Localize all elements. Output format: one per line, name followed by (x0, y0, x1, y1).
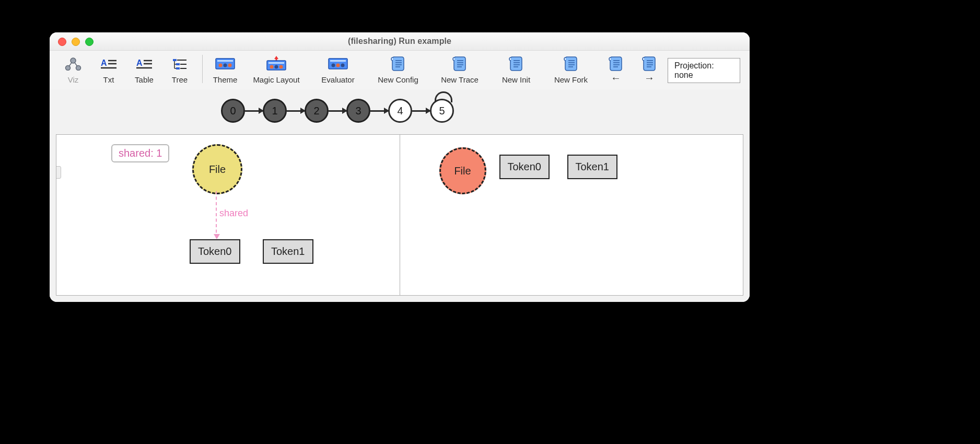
svg-point-0 (71, 58, 76, 63)
trace-arrow-icon (370, 110, 388, 112)
svg-rect-26 (217, 60, 233, 62)
theme-icon (215, 55, 236, 73)
trace-arrow-icon (287, 110, 305, 112)
window-traffic-lights (58, 38, 94, 46)
node-file[interactable]: File (192, 144, 242, 194)
edge-shared (216, 191, 217, 238)
self-loop-icon (435, 91, 452, 102)
evaluator-icon (328, 55, 348, 73)
scroll-icon (506, 55, 527, 73)
svg-line-4 (75, 63, 77, 66)
svg-point-1 (66, 66, 71, 71)
annotation-shared: shared: 1 (111, 144, 169, 162)
zoom-icon[interactable] (85, 38, 94, 46)
trace-step-0[interactable]: 0 (221, 99, 245, 123)
trace-step-4[interactable]: 4 (388, 99, 412, 123)
trace-step-2[interactable]: 2 (305, 99, 329, 123)
prev-step-button[interactable]: ← (601, 53, 631, 86)
content-area: 0 1 2 3 4 5 shared: 1 (50, 89, 750, 302)
table-label: Table (135, 75, 154, 84)
txt-button[interactable]: A Txt (92, 53, 125, 86)
viz-icon (63, 55, 84, 73)
theme-label: Theme (213, 75, 238, 84)
txt-label: Txt (103, 75, 114, 84)
new-config-label: New Config (378, 75, 418, 84)
svg-point-2 (76, 66, 81, 71)
state-pane-left[interactable]: shared: 1 File shared Token0 Token1 (56, 134, 400, 296)
scroll-icon (639, 55, 660, 72)
svg-rect-13 (173, 59, 177, 61)
app-window: (filesharing) Run example Viz A (50, 32, 750, 302)
node-file[interactable]: File (439, 147, 486, 194)
projection-label: Projection: none (674, 61, 714, 79)
svg-point-31 (274, 65, 278, 69)
svg-point-24 (223, 64, 227, 67)
svg-rect-15 (176, 63, 180, 65)
trace-steps: 0 1 2 3 4 5 (221, 99, 454, 123)
theme-button[interactable]: Theme (209, 53, 241, 86)
projection-dropdown[interactable]: Projection: none (668, 58, 740, 83)
svg-marker-27 (274, 56, 278, 59)
scroll-icon (605, 55, 626, 72)
magic-layout-button[interactable]: Magic Layout (244, 53, 308, 86)
new-fork-label: New Fork (554, 75, 588, 84)
svg-point-36 (336, 64, 340, 67)
svg-rect-33 (269, 62, 284, 64)
svg-point-37 (341, 64, 344, 67)
svg-text:A: A (101, 59, 107, 67)
tree-label: Tree (172, 75, 188, 84)
new-trace-button[interactable]: New Trace (431, 53, 488, 86)
viz-button[interactable]: Viz (57, 53, 89, 86)
scroll-icon (449, 55, 470, 73)
new-config-button[interactable]: New Config (368, 53, 428, 86)
state-pane-right[interactable]: File Token0 Token1 (400, 134, 744, 296)
svg-rect-38 (330, 60, 346, 62)
tree-icon (169, 55, 190, 73)
trace-step-1[interactable]: 1 (263, 99, 287, 123)
svg-point-30 (270, 65, 273, 69)
node-token1[interactable]: Token1 (567, 155, 618, 179)
svg-text:A: A (136, 59, 143, 67)
table-button[interactable]: A Table (128, 53, 160, 86)
svg-rect-17 (176, 67, 180, 69)
scroll-icon (388, 55, 409, 73)
svg-line-3 (69, 63, 72, 66)
viz-label: Viz (68, 75, 79, 84)
next-step-button[interactable]: → (634, 53, 664, 86)
tree-button[interactable]: Tree (164, 53, 196, 86)
trace-arrow-icon (245, 110, 263, 112)
minimize-icon[interactable] (72, 38, 80, 46)
svg-point-23 (218, 64, 222, 67)
trace-bar: 0 1 2 3 4 5 (50, 89, 750, 134)
new-init-label: New Init (502, 75, 530, 84)
trace-arrow-icon (329, 110, 346, 112)
svg-point-35 (331, 64, 335, 67)
evaluator-button[interactable]: Evaluator (311, 53, 365, 86)
new-fork-button[interactable]: New Fork (544, 53, 598, 86)
text-icon: A (98, 55, 119, 73)
pane-handle-icon[interactable] (56, 166, 61, 179)
new-init-button[interactable]: New Init (491, 53, 541, 86)
edge-shared-label: shared (219, 208, 248, 219)
toolbar-separator (202, 55, 203, 83)
magic-layout-icon (266, 55, 287, 73)
magic-layout-label: Magic Layout (253, 75, 299, 84)
trace-step-3[interactable]: 3 (346, 99, 370, 123)
close-icon[interactable] (58, 38, 66, 46)
node-token0[interactable]: Token0 (190, 239, 240, 264)
trace-step-5[interactable]: 5 (430, 99, 454, 123)
new-trace-label: New Trace (441, 75, 479, 84)
trace-arrow-icon (412, 110, 430, 112)
svg-point-25 (228, 64, 231, 67)
table-icon: A (134, 55, 155, 73)
evaluator-label: Evaluator (321, 75, 354, 84)
scroll-icon (561, 55, 581, 73)
next-label: → (644, 72, 655, 84)
svg-point-32 (279, 65, 283, 69)
title-bar: (filesharing) Run example (50, 32, 750, 51)
node-token0[interactable]: Token0 (499, 155, 550, 179)
toolbar: Viz A Txt A Tabl (50, 51, 750, 92)
node-token1[interactable]: Token1 (263, 239, 313, 264)
prev-label: ← (611, 72, 621, 84)
panes: shared: 1 File shared Token0 Token1 (56, 134, 743, 296)
